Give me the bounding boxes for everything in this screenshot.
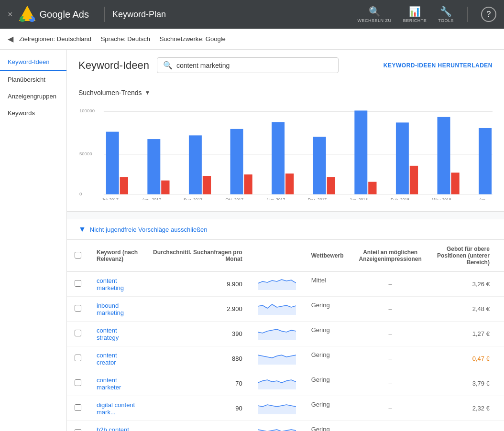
competition-cell: Gering [304, 322, 338, 338]
keyword-cell[interactable]: digital content mark... [89, 396, 145, 421]
table-row: content marketer 70 Gering – 3,79 € 64,7… [67, 371, 504, 396]
search-input[interactable] [176, 62, 332, 69]
bid-high-cell: 64,74 € [497, 272, 504, 297]
row-checkbox[interactable] [75, 379, 81, 386]
bid-high-cell: 8,63 € [497, 322, 504, 346]
help-button[interactable]: ? [481, 7, 496, 22]
wechseln-label: WECHSELN ZU [358, 18, 392, 23]
competition-cell: Gering [304, 346, 338, 363]
svg-text:Jan. 2018: Jan. 2018 [350, 197, 368, 200]
search-icon: 🔍 [163, 61, 173, 70]
search-box[interactable]: 🔍 [157, 57, 339, 73]
sidebar-item-planuebersicht[interactable]: Planübersicht [0, 71, 66, 88]
chart-section: Suchvolumen-Trends ▼ 100000 50000 0 Juli [67, 81, 504, 212]
keyword-cell[interactable]: content creator [89, 346, 145, 371]
searches-cell: 9.900 [145, 272, 250, 297]
impressions-cell: – [351, 297, 429, 322]
zielregionen-value[interactable]: Deutschland [57, 35, 91, 43]
bar-dez-blue [313, 137, 326, 194]
th-bid-low-label: Gebot für oberePositionen (untererBereic… [437, 246, 490, 266]
trend-chart-cell [250, 322, 304, 346]
berichte-button[interactable]: 📊 BERICHTE [403, 6, 427, 23]
bar-sep-blue [189, 135, 202, 194]
bar-feb-blue [396, 122, 409, 194]
bar-apr-blue [479, 128, 492, 194]
bar-marz-blue [438, 117, 450, 194]
bar-nov-red [285, 173, 294, 194]
bar-sep-red [203, 176, 211, 194]
trend-chart-cell [250, 396, 304, 421]
brand-name: Google Ads [40, 9, 89, 20]
filter-button[interactable]: Nicht jugendfreie Vorschläge ausschließe… [90, 226, 208, 233]
bar-nov-blue [272, 122, 285, 194]
row-checkbox[interactable] [75, 404, 81, 411]
row-checkbox-cell[interactable] [67, 297, 89, 322]
row-checkbox-cell[interactable] [67, 346, 89, 371]
keyword-cell[interactable]: content marketer [89, 371, 145, 396]
sprache-value[interactable]: Deutsch [127, 35, 150, 43]
row-checkbox[interactable] [75, 280, 81, 287]
trend-chart-cell [250, 272, 304, 297]
sidebar-item-keywords[interactable]: Keywords [0, 105, 66, 121]
competition-cell: Gering [304, 297, 338, 313]
collapse-sidebar-button[interactable]: ◀ [6, 32, 15, 45]
bar-okt-blue [230, 129, 243, 194]
trend-chart-cell [250, 421, 304, 431]
th-select-all[interactable] [67, 240, 89, 272]
bar-juli-red [120, 177, 128, 194]
top-nav-right: 🔍 WECHSELN ZU 📊 BERICHTE 🔧 TOOLS ? [358, 6, 496, 23]
th-competition: Wettbewerb [304, 240, 351, 272]
chart-dropdown-arrow[interactable]: ▼ [145, 89, 151, 96]
row-checkbox-cell[interactable] [67, 421, 89, 431]
page-title: Keyword-Plan [112, 10, 166, 20]
th-impressions: Anteil an möglichenAnzeigenimpressionen [351, 240, 429, 272]
close-button[interactable]: × [8, 10, 13, 20]
tools-label: TOOLS [438, 18, 454, 23]
svg-text:0: 0 [79, 191, 82, 196]
searches-cell: 2.900 [145, 297, 250, 322]
row-checkbox-cell[interactable] [67, 371, 89, 396]
top-navigation: × Google Ads Keyword-Plan 🔍 WECHSELN ZU … [0, 0, 504, 29]
bid-low-cell: 3,26 € [429, 272, 497, 297]
chart-svg: 100000 50000 0 Juli 2017 Aug. 2017 [78, 104, 493, 200]
sidebar-item-keyword-ideen[interactable]: Keyword-Ideen [0, 54, 66, 71]
select-all-checkbox[interactable] [75, 252, 81, 259]
svg-text:Nov. 2017: Nov. 2017 [266, 197, 285, 200]
bar-marz-red [451, 172, 459, 194]
keyword-cell[interactable]: b2b content marketi... [89, 421, 145, 431]
wechseln-zu-button[interactable]: 🔍 WECHSELN ZU [358, 6, 392, 23]
row-checkbox-cell[interactable] [67, 322, 89, 346]
row-checkbox[interactable] [75, 429, 81, 431]
impressions-cell: – [351, 371, 429, 396]
competition-cell: Mittel [304, 272, 334, 289]
bar-aug-red [161, 181, 169, 194]
bid-low-cell: 2,48 € [429, 297, 497, 322]
searches-cell: 880 [145, 346, 250, 371]
searches-cell: 70 [145, 371, 250, 396]
trend-chart-cell [250, 297, 304, 322]
row-checkbox[interactable] [75, 355, 81, 361]
suchnetzwerke-value[interactable]: Google [206, 35, 226, 43]
sidebar-item-anzeigengruppen[interactable]: Anzeigengruppen [0, 88, 66, 105]
chart-area: 100000 50000 0 Juli 2017 Aug. 2017 [78, 104, 493, 200]
keyword-cell[interactable]: inbound marketing [89, 297, 145, 322]
row-checkbox-cell[interactable] [67, 396, 89, 421]
keywords-table: Keyword (nachRelevanz) Durchschnittl. Su… [67, 240, 504, 431]
keyword-cell[interactable]: content marketing [89, 272, 145, 297]
svg-text:Dez. 2017: Dez. 2017 [308, 197, 327, 200]
bid-low-cell: 1,27 € [429, 322, 497, 346]
row-checkbox-cell[interactable] [67, 272, 89, 297]
chart-title-row: Suchvolumen-Trends ▼ [78, 89, 493, 97]
nav-right-divider [467, 7, 468, 22]
berichte-label: BERICHTE [403, 18, 427, 23]
svg-text:50000: 50000 [79, 151, 92, 156]
keyword-cell[interactable]: content strategy [89, 322, 145, 346]
row-checkbox[interactable] [75, 305, 81, 312]
searches-cell: 210 [145, 421, 250, 431]
chart-icon: 📊 [409, 6, 421, 17]
trend-chart-cell [250, 371, 304, 396]
row-checkbox[interactable] [75, 330, 81, 336]
table-row: digital content mark... 90 Gering – 2,32… [67, 396, 504, 421]
download-button[interactable]: KEYWORD-IDEEN HERUNTERLADEN [383, 62, 493, 69]
tools-button[interactable]: 🔧 TOOLS [438, 6, 454, 23]
